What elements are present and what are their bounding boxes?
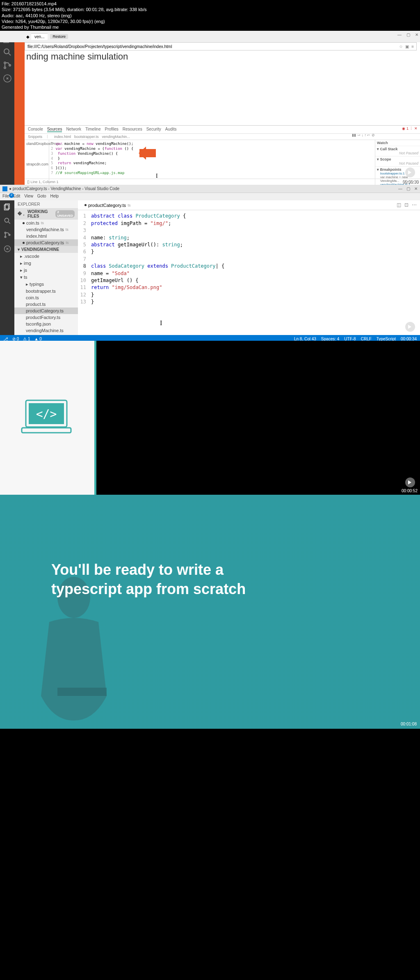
minimize-icon[interactable]: — [398, 186, 402, 191]
menu-goto[interactable]: Goto [37, 194, 46, 200]
svg-point-4 [4, 62, 6, 64]
svg-line-11 [8, 222, 10, 224]
browser-tab-bar: ◆ ven... Restore — ▢ ✕ [0, 31, 420, 42]
slide-laptop: </> 00:00:52 [0, 341, 420, 495]
orange-overlay [14, 31, 25, 185]
status-errors[interactable]: ⊘ 0 [12, 337, 19, 341]
working-file-item[interactable]: vendingMachine.ts ts [14, 226, 78, 233]
git-icon[interactable] [2, 60, 12, 70]
media-video: Video: h264, yuv420p, 1280x720, 30.00 fp… [2, 18, 418, 24]
tree-file[interactable]: productCategory.ts [14, 308, 78, 314]
svg-rect-18 [22, 428, 71, 433]
language-mode[interactable]: TypeScript [377, 337, 396, 341]
tree-file[interactable]: vendingMachine.ts [14, 327, 78, 334]
timestamp: 00:00:34 [401, 337, 417, 341]
debug-icon[interactable] [2, 73, 12, 83]
maximize-icon[interactable]: ▢ [406, 186, 410, 191]
working-files-header[interactable]: �，WORKING FILES 2 UNSAVED [14, 208, 78, 220]
vscode-logo-icon [2, 186, 7, 191]
cursor-position[interactable]: Ln 8, Col 43 [294, 337, 316, 341]
maximize-icon[interactable]: ▢ [406, 32, 410, 37]
url-text: file:///C:/Users/Roland/Dropbox/Projecte… [27, 44, 172, 49]
address-bar[interactable]: file:///C:/Users/Roland/Dropbox/Projecte… [25, 42, 417, 50]
tree-file[interactable]: index.html [14, 334, 78, 335]
working-file-item[interactable]: index.html [14, 233, 78, 239]
editor-tab[interactable]: productCategory.ts ts [81, 201, 134, 209]
search-icon[interactable] [2, 47, 12, 57]
snippets-tab[interactable]: Snippets [28, 135, 42, 139]
code-editor[interactable]: 1abstract class ProductCategory {2 prote… [78, 210, 420, 308]
overflow-icon[interactable]: ⋯ [412, 202, 417, 208]
devtools-tab[interactable]: Resources [123, 127, 142, 132]
tree-file[interactable]: coin.ts [14, 294, 78, 301]
svg-point-5 [4, 67, 6, 69]
file-tab[interactable]: vendingMachin... [102, 135, 130, 139]
menu-edit[interactable]: Edit [13, 194, 20, 200]
close-icon[interactable]: ✕ [414, 186, 418, 191]
devtools-tab[interactable]: Audits [165, 127, 177, 132]
scope-header[interactable]: ▾ Scope [377, 157, 418, 161]
indent-setting[interactable]: Spaces: 4 [321, 337, 339, 341]
browser-tab[interactable]: ven... [31, 33, 48, 40]
ext-icon[interactable]: ▣ [405, 44, 409, 49]
window-controls[interactable]: — ▢ ✕ [397, 32, 418, 37]
menu-help[interactable]: Help [50, 194, 59, 200]
explorer-icon[interactable] [3, 203, 11, 211]
tree-folder[interactable]: ▸ js [14, 267, 78, 274]
devtools-tab[interactable]: Console [28, 127, 43, 132]
tree-folder[interactable]: ▸ img [14, 260, 78, 267]
project-header[interactable]: ▾ VENDINGMACHINE [14, 246, 78, 253]
split-icon[interactable]: ◫ [397, 202, 401, 208]
tree-folder[interactable]: ▾ ts [14, 274, 78, 281]
timestamp: 00:00:30 [402, 179, 418, 184]
debug-controls[interactable]: ▮▮ ⤻ ↓ ↑ ⤺ ⊘ [352, 133, 375, 137]
devtools-tab-sources[interactable]: Sources [47, 127, 62, 132]
svg-point-12 [5, 232, 6, 234]
file-tab[interactable]: index.html [54, 135, 71, 139]
play-button[interactable] [405, 477, 415, 487]
menu-icon[interactable]: ≡ [411, 44, 414, 49]
media-file: File: 20160718215014.mp4 [2, 1, 418, 7]
error-count[interactable]: ◉ 1 ⋮ ✕ [402, 126, 418, 131]
callstack-header[interactable]: ▾ Call Stack [377, 147, 418, 151]
menu-file[interactable]: File [2, 194, 9, 200]
status-warnings[interactable]: ⚠ 1 [23, 337, 30, 341]
explorer-panel: EXPLORER �，WORKING FILES 2 UNSAVED coin.… [14, 200, 78, 335]
tree-file[interactable]: bootstrapper.ts [14, 288, 78, 294]
status-info[interactable]: ▲ 0 [34, 337, 42, 341]
tree-file[interactable]: tsconfig.json [14, 321, 78, 327]
working-file-item[interactable]: productCategory.ts ts [14, 239, 78, 246]
svg-point-13 [5, 236, 6, 238]
svg-point-2 [4, 49, 9, 54]
close-icon[interactable]: ✕ [415, 32, 418, 37]
git-status-icon[interactable]: ⎇ [3, 337, 8, 341]
browser-screenshot: ◆ ven... Restore — ▢ ✕ file:///C:/Users/… [0, 31, 420, 185]
restore-badge[interactable]: Restore [50, 34, 68, 39]
devtools-tab[interactable]: Timeline [85, 127, 100, 132]
dirty-dot-icon [84, 204, 87, 206]
vscode-activity-bar [0, 31, 14, 185]
working-file-item[interactable]: coin.ts ts [14, 220, 78, 226]
laptop-code-icon: </> [20, 398, 73, 435]
tree-file[interactable]: productFactory.ts [14, 314, 78, 321]
debug-icon[interactable] [3, 245, 11, 253]
encoding[interactable]: UTF-8 [344, 337, 356, 341]
star-icon[interactable]: ☆ [399, 44, 403, 49]
tree-folder[interactable]: ▸ .vscode [14, 253, 78, 260]
devtools-tab[interactable]: Network [66, 127, 81, 132]
menu-view[interactable]: View [24, 194, 33, 200]
minimize-icon[interactable]: — [397, 32, 402, 37]
tree-file[interactable]: product.ts [14, 301, 78, 308]
git-icon[interactable] [3, 231, 11, 239]
devtools-tab[interactable]: Profiles [105, 127, 119, 132]
tree-folder[interactable]: ▸ typings [14, 281, 78, 288]
more-icon[interactable]: ⊡ [404, 202, 409, 208]
watch-header[interactable]: Watch [377, 141, 418, 145]
slide-right-panel: 00:00:52 [94, 341, 420, 495]
timestamp: 00:01:08 [401, 722, 417, 726]
timestamp: 00:00:52 [402, 489, 418, 493]
eol[interactable]: CRLF [361, 337, 372, 341]
devtools-tab[interactable]: Security [146, 127, 161, 132]
search-icon[interactable] [3, 217, 11, 225]
file-tab[interactable]: bootstrapper.ts [74, 135, 99, 139]
